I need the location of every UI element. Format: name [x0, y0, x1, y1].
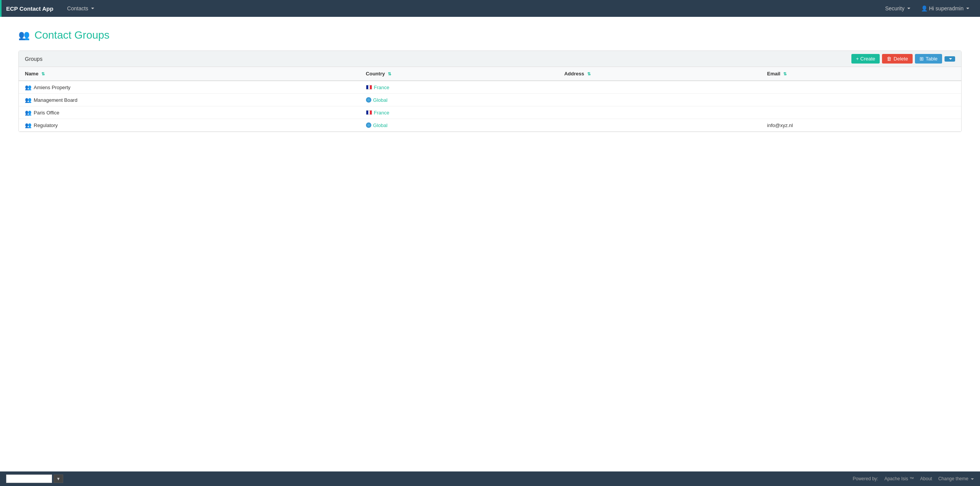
- main-content: 👥 Contact Groups Groups + Create 🗑 Delet…: [0, 17, 980, 471]
- table-row: 👥Amiens PropertyFrance: [19, 81, 961, 94]
- table-row: 👥Paris OfficeFrance: [19, 106, 961, 119]
- create-button[interactable]: + Create: [851, 54, 880, 64]
- row-icon-3: 👥: [25, 122, 31, 128]
- table-icon: ⊞: [920, 56, 924, 62]
- name-sort-icon: ⇅: [41, 72, 45, 76]
- user-caret-icon: [966, 8, 969, 9]
- cell-country-0: France: [360, 81, 558, 94]
- country-label-0: France: [374, 85, 389, 90]
- table-button[interactable]: ⊞ Table: [915, 54, 942, 64]
- col-address[interactable]: Address ⇅: [558, 67, 761, 81]
- cell-email-3: info@xyz.nl: [761, 119, 961, 132]
- row-icon-0: 👥: [25, 84, 31, 90]
- row-name-1: Management Board: [34, 97, 77, 103]
- page-title: Contact Groups: [34, 29, 109, 41]
- nav-user[interactable]: 👤 Hi superadmin: [916, 0, 974, 17]
- nav-security-label: Security: [885, 5, 905, 11]
- delete-button[interactable]: 🗑 Delete: [882, 54, 913, 64]
- nav-contacts[interactable]: Contacts: [62, 0, 98, 17]
- table-header-row: Name ⇅ Country ⇅ Address ⇅ Email: [19, 67, 961, 81]
- panel-heading: Groups + Create 🗑 Delete ⊞ Table: [19, 51, 961, 67]
- footer-input-area: ▼: [6, 475, 63, 483]
- footer-left: ▼: [6, 475, 63, 483]
- col-name-label: Name: [25, 71, 38, 77]
- table-body: 👥Amiens PropertyFrance👥Management BoardG…: [19, 81, 961, 132]
- table-container: Name ⇅ Country ⇅ Address ⇅ Email: [19, 67, 961, 132]
- col-country[interactable]: Country ⇅: [360, 67, 558, 81]
- contacts-caret-icon: [91, 8, 94, 9]
- cell-country-1: Global: [360, 94, 558, 106]
- table-row: 👥RegulatoryGlobalinfo@xyz.nl: [19, 119, 961, 132]
- flag-icon-0: [366, 85, 372, 90]
- cell-name-3: 👥Regulatory: [19, 119, 360, 132]
- country-link-0[interactable]: France: [366, 85, 552, 90]
- about-link[interactable]: About: [920, 476, 932, 481]
- footer: ▼ Powered by: Apache Isis ™ About Change…: [0, 471, 980, 486]
- cell-email-0: [761, 81, 961, 94]
- cell-country-3: Global: [360, 119, 558, 132]
- change-theme-link[interactable]: Change theme: [938, 476, 974, 481]
- country-link-3[interactable]: Global: [366, 122, 552, 128]
- table-caret-icon: [949, 58, 952, 60]
- row-icon-1: 👥: [25, 97, 31, 103]
- cell-name-1: 👥Management Board: [19, 94, 360, 106]
- country-label-3: Global: [373, 122, 388, 128]
- nav-user-label: Hi superadmin: [929, 5, 964, 11]
- table-row: 👥Management BoardGlobal: [19, 94, 961, 106]
- cell-address-1: [558, 94, 761, 106]
- country-label-1: Global: [373, 97, 388, 103]
- footer-input-button[interactable]: ▼: [54, 475, 63, 483]
- cell-address-0: [558, 81, 761, 94]
- cell-name-2: 👥Paris Office: [19, 106, 360, 119]
- navbar: ECP Contact App Contacts Security 👤 Hi s…: [0, 0, 980, 17]
- country-sort-icon: ⇅: [388, 72, 391, 76]
- page-title-icon: 👥: [18, 30, 30, 41]
- panel-heading-title: Groups: [25, 56, 42, 62]
- powered-by-label: Powered by:: [853, 476, 878, 481]
- nav-contacts-label: Contacts: [67, 5, 88, 11]
- col-address-label: Address: [564, 71, 584, 77]
- row-icon-2: 👥: [25, 109, 31, 116]
- email-sort-icon: ⇅: [783, 72, 787, 76]
- country-label-2: France: [374, 110, 389, 116]
- cell-email-2: [761, 106, 961, 119]
- change-theme-caret-icon: [971, 478, 974, 480]
- security-caret-icon: [907, 8, 910, 9]
- nav-security[interactable]: Security: [880, 0, 915, 17]
- col-email[interactable]: Email ⇅: [761, 67, 961, 81]
- country-link-2[interactable]: France: [366, 110, 552, 116]
- row-name-0: Amiens Property: [34, 85, 70, 90]
- user-icon: 👤: [921, 5, 928, 11]
- apache-isis-link[interactable]: Apache Isis ™: [884, 476, 914, 481]
- cell-name-0: 👥Amiens Property: [19, 81, 360, 94]
- globe-icon-3: [366, 122, 371, 128]
- panel-actions: + Create 🗑 Delete ⊞ Table: [851, 54, 955, 64]
- country-link-1[interactable]: Global: [366, 97, 552, 103]
- nav-right: Security 👤 Hi superadmin: [880, 0, 974, 17]
- page-title-area: 👥 Contact Groups: [18, 29, 962, 41]
- col-country-label: Country: [366, 71, 385, 77]
- table-dropdown-button[interactable]: [944, 56, 955, 62]
- cell-address-2: [558, 106, 761, 119]
- app-brand[interactable]: ECP Contact App: [6, 5, 53, 12]
- address-sort-icon: ⇅: [587, 72, 591, 76]
- delete-icon: 🗑: [887, 56, 892, 62]
- flag-icon-2: [366, 110, 372, 115]
- row-name-2: Paris Office: [34, 110, 59, 116]
- cell-address-3: [558, 119, 761, 132]
- navbar-accent: [0, 0, 2, 17]
- col-name[interactable]: Name ⇅: [19, 67, 360, 81]
- col-email-label: Email: [767, 71, 781, 77]
- delete-label: Delete: [893, 56, 908, 62]
- table-label: Table: [926, 56, 938, 62]
- groups-table: Name ⇅ Country ⇅ Address ⇅ Email: [19, 67, 961, 132]
- footer-input[interactable]: [6, 475, 52, 483]
- groups-panel: Groups + Create 🗑 Delete ⊞ Table: [18, 51, 962, 132]
- row-name-3: Regulatory: [34, 122, 58, 128]
- footer-right: Powered by: Apache Isis ™ About Change t…: [853, 476, 974, 481]
- change-theme-label: Change theme: [938, 476, 969, 481]
- cell-email-1: [761, 94, 961, 106]
- cell-country-2: France: [360, 106, 558, 119]
- globe-icon-1: [366, 97, 371, 103]
